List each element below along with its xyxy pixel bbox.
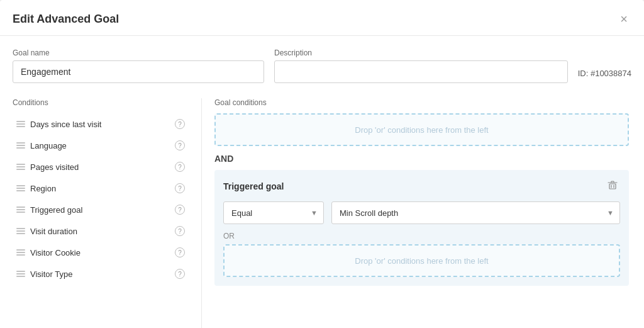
top-drop-zone: Drop 'or' conditions here from the left: [214, 113, 629, 146]
condition-item-label: Language: [30, 141, 67, 150]
condition-item[interactable]: Region ?: [13, 178, 189, 199]
condition-item[interactable]: Pages visited ?: [13, 156, 189, 178]
close-button[interactable]: ×: [616, 11, 631, 26]
goal-conditions-label: Goal conditions: [214, 98, 631, 107]
condition-value-select-wrapper: Min Scroll depth Page view Click Form su…: [331, 201, 620, 224]
condition-left: Visitor Cookie: [16, 248, 80, 257]
conditions-scroll[interactable]: Days since last visit ? Language ? Pages…: [13, 113, 191, 308]
condition-item[interactable]: Language ?: [13, 135, 189, 156]
info-icon[interactable]: ?: [175, 269, 185, 279]
description-input[interactable]: [274, 60, 568, 83]
condition-item[interactable]: Visitor Type ?: [13, 263, 189, 285]
condition-item[interactable]: Visit duration ?: [13, 220, 189, 242]
condition-value-select[interactable]: Min Scroll depth Page view Click Form su…: [331, 201, 620, 224]
condition-item[interactable]: Days since last visit ?: [13, 113, 189, 135]
condition-item[interactable]: Triggered goal ?: [13, 199, 189, 220]
drag-handle-icon: [16, 121, 25, 127]
info-icon[interactable]: ?: [175, 247, 185, 257]
drag-handle-icon: [16, 164, 25, 170]
condition-left: Triggered goal: [16, 205, 82, 215]
id-label: ID: #10038874: [578, 69, 631, 83]
triggered-goal-block: Triggered goal: [214, 170, 629, 286]
drag-handle-icon: [16, 206, 25, 213]
info-icon[interactable]: ?: [175, 162, 185, 172]
content-area: Conditions Days since last visit ? Langu…: [13, 98, 631, 328]
condition-left: Days since last visit: [16, 120, 101, 129]
equal-select-wrapper: Equal Not equal ▼: [223, 201, 324, 224]
goal-name-label: Goal name: [13, 48, 264, 57]
triggered-goal-title: Triggered goal: [223, 181, 284, 191]
info-icon[interactable]: ?: [175, 205, 185, 215]
drag-handle-icon: [16, 271, 25, 277]
modal-title: Edit Advanced Goal: [13, 13, 119, 26]
condition-item-label: Visitor Cookie: [30, 248, 80, 257]
info-icon[interactable]: ?: [175, 119, 185, 129]
and-label: AND: [214, 154, 629, 164]
description-group: Description: [274, 48, 568, 83]
condition-item-label: Triggered goal: [30, 205, 82, 215]
goal-name-group: Goal name: [13, 48, 264, 83]
modal-header: Edit Advanced Goal ×: [0, 0, 644, 36]
drag-handle-icon: [16, 142, 25, 149]
condition-item-label: Pages visited: [30, 162, 79, 172]
triggered-goal-header: Triggered goal: [223, 179, 620, 194]
conditions-panel-label: Conditions: [13, 98, 191, 107]
or-drop-zone: Drop 'or' conditions here from the left: [223, 244, 620, 277]
condition-left: Region: [16, 184, 56, 193]
goal-conditions-scroll[interactable]: Drop 'or' conditions here from the left …: [214, 113, 631, 328]
conditions-panel: Conditions Days since last visit ? Langu…: [13, 98, 201, 328]
modal-body: Goal name Description ID: #10038874 Cond…: [0, 36, 644, 328]
delete-block-button[interactable]: [605, 179, 620, 194]
info-icon[interactable]: ?: [175, 183, 185, 193]
goal-name-input[interactable]: [13, 60, 264, 83]
condition-item[interactable]: Visitor Cookie ?: [13, 242, 189, 263]
info-icon[interactable]: ?: [175, 226, 185, 236]
svg-rect-0: [609, 184, 616, 189]
condition-item-label: Region: [30, 184, 56, 193]
or-label: OR: [223, 232, 620, 240]
or-drop-zone-text: Drop 'or' conditions here from the left: [355, 256, 488, 266]
equal-select[interactable]: Equal Not equal: [223, 201, 324, 224]
description-label: Description: [274, 48, 568, 57]
condition-left: Pages visited: [16, 162, 79, 172]
conditions-list: Days since last visit ? Language ? Pages…: [13, 113, 191, 308]
top-drop-zone-text: Drop 'or' conditions here from the left: [355, 125, 488, 135]
condition-selects: Equal Not equal ▼ Min Scroll depth Page …: [223, 201, 620, 224]
info-icon[interactable]: ?: [175, 140, 185, 150]
goal-conditions-panel: Goal conditions Drop 'or' conditions her…: [202, 98, 631, 328]
drag-handle-icon: [16, 249, 25, 256]
condition-item-label: Visitor Type: [30, 269, 72, 279]
drag-handle-icon: [16, 185, 25, 191]
condition-left: Visit duration: [16, 227, 77, 236]
condition-left: Language: [16, 141, 67, 150]
condition-item-label: Days since last visit: [30, 120, 101, 129]
condition-item-label: Visit duration: [30, 227, 77, 236]
drag-handle-icon: [16, 228, 25, 234]
condition-left: Visitor Type: [16, 269, 72, 279]
form-row: Goal name Description ID: #10038874: [13, 48, 631, 83]
modal-container: Edit Advanced Goal × Goal name Descripti…: [0, 0, 644, 328]
